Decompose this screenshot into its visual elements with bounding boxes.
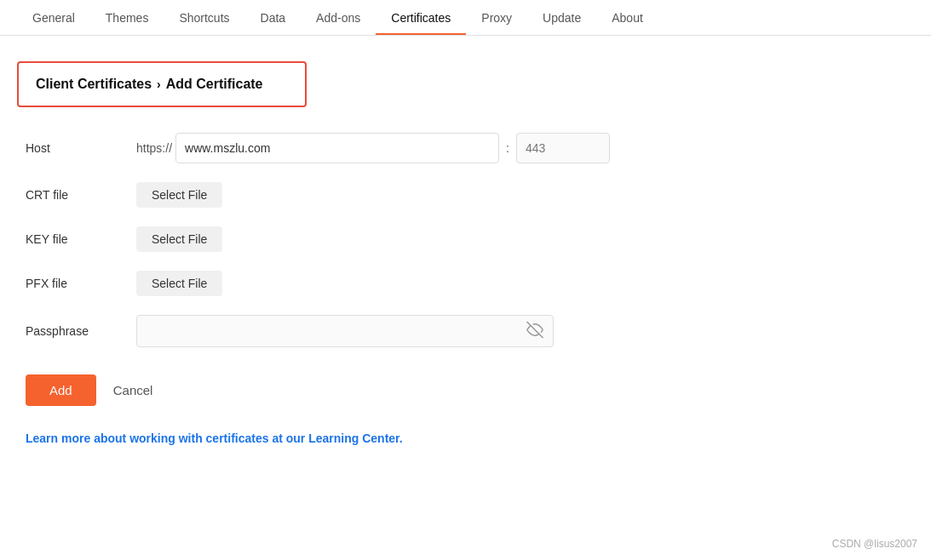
passphrase-input-wrap bbox=[136, 315, 554, 347]
eye-icon[interactable] bbox=[526, 322, 543, 341]
nav-item-data[interactable]: Data bbox=[245, 0, 302, 35]
key-select-file-button[interactable]: Select File bbox=[136, 226, 222, 252]
nav-item-certificates[interactable]: Certificates bbox=[376, 0, 466, 35]
key-row: KEY file Select File bbox=[26, 226, 905, 252]
host-row: Host https:// : bbox=[26, 133, 905, 163]
nav-item-about[interactable]: About bbox=[596, 0, 658, 35]
pfx-select-file-button[interactable]: Select File bbox=[136, 271, 222, 296]
nav-item-shortcuts[interactable]: Shortcuts bbox=[164, 0, 244, 35]
host-prefix: https:// bbox=[136, 141, 172, 155]
action-row: Add Cancel bbox=[26, 374, 905, 406]
host-colon: : bbox=[506, 141, 509, 155]
nav-item-general[interactable]: General bbox=[17, 0, 90, 35]
breadcrumb-current: Add Certificate bbox=[166, 77, 263, 92]
nav-item-add-ons[interactable]: Add-ons bbox=[301, 0, 376, 35]
passphrase-input[interactable] bbox=[136, 315, 554, 347]
crt-label: CRT file bbox=[26, 188, 136, 202]
nav-item-update[interactable]: Update bbox=[527, 0, 596, 35]
certificate-form: Host https:// : CRT file Select File KEY… bbox=[26, 133, 905, 366]
crt-select-file-button[interactable]: Select File bbox=[136, 182, 222, 208]
passphrase-row: Passphrase bbox=[26, 315, 905, 347]
add-button[interactable]: Add bbox=[26, 374, 96, 406]
pfx-row: PFX file Select File bbox=[26, 271, 905, 296]
port-input[interactable] bbox=[516, 133, 610, 163]
learn-more-link[interactable]: Learn more about working with certificat… bbox=[26, 431, 403, 445]
footer-credit: CSDN @lisus2007 bbox=[832, 538, 917, 550]
breadcrumb-parent: Client Certificates bbox=[36, 77, 152, 92]
top-nav: General Themes Shortcuts Data Add-ons Ce… bbox=[0, 0, 931, 36]
breadcrumb-separator: › bbox=[157, 77, 161, 91]
breadcrumb: Client Certificates › Add Certificate bbox=[17, 61, 307, 107]
cancel-button[interactable]: Cancel bbox=[113, 374, 153, 406]
key-label: KEY file bbox=[26, 232, 136, 246]
pfx-label: PFX file bbox=[26, 277, 136, 290]
nav-item-proxy[interactable]: Proxy bbox=[466, 0, 527, 35]
crt-row: CRT file Select File bbox=[26, 182, 905, 208]
main-content: Client Certificates › Add Certificate Ho… bbox=[0, 36, 931, 471]
host-label: Host bbox=[26, 141, 136, 155]
host-input[interactable] bbox=[175, 133, 499, 163]
nav-item-themes[interactable]: Themes bbox=[90, 0, 164, 35]
passphrase-label: Passphrase bbox=[26, 324, 136, 338]
